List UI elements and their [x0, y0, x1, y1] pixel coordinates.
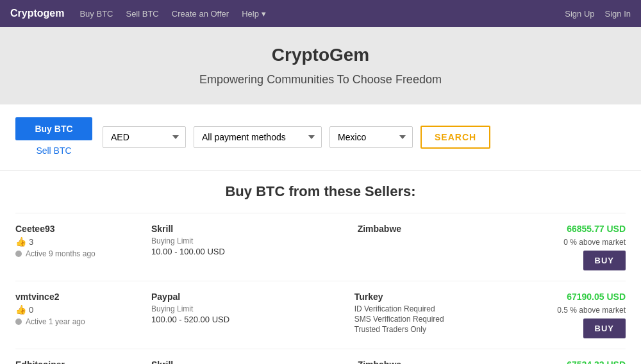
nav-buy-btc[interactable]: Buy BTC — [79, 9, 113, 19]
search-controls: AED USD EUR GBP All payment methods Skri… — [103, 126, 626, 149]
table-row: vmtvince2 👍 0 Active 1 year ago Paypal B… — [15, 281, 626, 349]
location-info: Turkey ID Verification Required SMS Veri… — [354, 292, 550, 335]
tab-container: Buy BTC Sell BTC — [15, 117, 92, 157]
nav-create-offer[interactable]: Create an Offer — [172, 9, 229, 19]
payment-info: Paypal Buying Limit 100.00 - 520.00 USD — [151, 292, 347, 324]
listings-title: Buy BTC from these Sellers: — [15, 183, 626, 200]
sell-btc-tab[interactable]: Sell BTC — [15, 144, 92, 157]
nav-auth: Sign Up Sign In — [565, 9, 631, 19]
navbar: Cryptogem Buy BTC Sell BTC Create an Off… — [0, 0, 641, 27]
seller-name[interactable]: vmtvince2 — [15, 292, 144, 302]
seller-name[interactable]: Edbitcoiner — [15, 360, 144, 364]
location-info: Zimbabwe — [358, 224, 556, 236]
brand-logo[interactable]: Cryptogem — [10, 8, 64, 19]
currency-select[interactable]: AED USD EUR GBP — [103, 126, 186, 148]
payment-info: Skrill Buying Limit 10.00 - 10.00 USD — [151, 360, 350, 364]
seller-active: Active 1 year ago — [15, 317, 144, 326]
buy-button[interactable]: BUY — [583, 318, 626, 338]
seller-info: vmtvince2 👍 0 Active 1 year ago — [15, 292, 144, 326]
signin-link[interactable]: Sign In — [605, 9, 631, 19]
price-info: 67190.05 USD 0.5 % above market BUY — [557, 292, 626, 338]
payment-info: Skrill Buying Limit 10.00 - 100.00 USD — [151, 224, 350, 256]
listings-section: Buy BTC from these Sellers: Ceetee93 👍 3… — [0, 170, 641, 364]
hero-section: CryptoGem Empowering Communities To Choo… — [0, 27, 641, 104]
active-dot-icon — [15, 251, 22, 257]
thumbs-up-icon: 👍 — [15, 236, 26, 247]
search-button[interactable]: SEARCH — [420, 126, 490, 149]
seller-info: Ceetee93 👍 3 Active 9 months ago — [15, 224, 144, 258]
signup-link[interactable]: Sign Up — [565, 9, 594, 19]
chevron-down-icon: ▾ — [262, 9, 266, 19]
seller-name[interactable]: Ceetee93 — [15, 224, 144, 234]
seller-info: Edbitcoiner 👍 0 Active 2 years ago — [15, 360, 144, 364]
hero-title: CryptoGem — [13, 45, 628, 65]
nav-sell-btc[interactable]: Sell BTC — [126, 9, 158, 19]
payment-method-select[interactable]: All payment methods Skrill Paypal Bank T… — [194, 126, 322, 148]
location-info: Zimbabwe ID Verification Required SMS Ve… — [358, 360, 556, 364]
thumbs-up-icon: 👍 — [15, 304, 26, 315]
nav-links: Buy BTC Sell BTC Create an Offer Help ▾ — [79, 9, 565, 19]
seller-active: Active 9 months ago — [15, 249, 144, 258]
table-row: Edbitcoiner 👍 0 Active 2 years ago Skril… — [15, 349, 626, 364]
active-dot-icon — [15, 318, 22, 325]
price-info: 67524.32 USD 1 % above market BUY — [563, 360, 626, 364]
buy-btc-tab[interactable]: Buy BTC — [15, 117, 92, 140]
seller-feedback: 👍 3 — [15, 236, 144, 247]
search-bar: Buy BTC Sell BTC AED USD EUR GBP All pay… — [0, 104, 641, 170]
country-select[interactable]: Mexico USA Turkey Zimbabwe — [329, 126, 413, 148]
price-info: 66855.77 USD 0 % above market BUY — [563, 224, 626, 270]
buy-button[interactable]: BUY — [583, 251, 626, 270]
seller-feedback: 👍 0 — [15, 304, 144, 315]
hero-subtitle: Empowering Communities To Choose Freedom — [13, 73, 628, 87]
nav-help[interactable]: Help ▾ — [242, 9, 266, 19]
table-row: Ceetee93 👍 3 Active 9 months ago Skrill … — [15, 213, 626, 281]
